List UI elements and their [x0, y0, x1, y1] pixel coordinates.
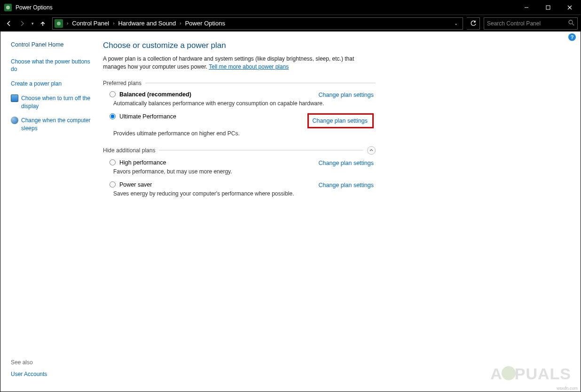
intro-text: A power plan is a collection of hardware… [103, 55, 376, 71]
svg-line-7 [572, 24, 574, 25]
titlebar: Power Options [0, 0, 581, 15]
hide-additional-text: Hide additional plans [103, 147, 155, 154]
breadcrumb-item[interactable]: Power Options [184, 20, 226, 27]
app-icon [4, 4, 12, 11]
content: ? Control Panel Home Choose what the pow… [0, 31, 581, 392]
svg-rect-2 [546, 6, 550, 9]
divider [159, 150, 363, 150]
plan-radio-highperf[interactable] [110, 159, 116, 165]
see-also-label: See also [11, 359, 96, 366]
watermark-post: PUALS [515, 365, 571, 383]
plan-row-balanced: Balanced (recommended) Change plan setti… [103, 91, 376, 98]
sidebar-seealso-link[interactable]: User Accounts [11, 370, 96, 378]
watermark-pre: A [490, 365, 502, 383]
sidebar-link[interactable]: Create a power plan [11, 80, 96, 88]
preferred-plans-text: Preferred plans [103, 80, 141, 86]
plan-radio-ultimate[interactable] [110, 113, 116, 119]
svg-point-0 [6, 6, 10, 9]
plan-name[interactable]: Balanced (recommended) [119, 91, 191, 98]
collapse-icon[interactable] [367, 146, 376, 155]
divider [145, 83, 376, 83]
breadcrumb-icon [55, 19, 63, 28]
plan-desc: Provides ultimate performance on higher … [103, 128, 376, 143]
sidebar: Control Panel Home Choose what the power… [0, 31, 103, 392]
plan-name[interactable]: Ultimate Performance [119, 113, 176, 120]
chevron-right-icon: › [178, 21, 183, 26]
search-box[interactable] [484, 17, 578, 30]
forward-button[interactable] [16, 18, 28, 29]
change-plan-settings-link[interactable]: Change plan settings [319, 181, 374, 188]
back-button[interactable] [3, 18, 15, 29]
plan-radio-powersaver[interactable] [110, 181, 116, 188]
globe-icon [11, 117, 18, 124]
preferred-plans-label: Preferred plans [103, 80, 376, 86]
minimize-button[interactable] [516, 0, 537, 15]
toolbar: ▾ › Control Panel › Hardware and Sound ›… [0, 15, 581, 31]
sidebar-link[interactable]: Change when the computer sleeps [21, 117, 96, 133]
plan-row-powersaver: Power saver Change plan settings [103, 181, 376, 188]
svg-point-5 [57, 22, 61, 25]
svg-point-6 [569, 20, 573, 24]
breadcrumb-dropdown-icon[interactable]: ⌄ [451, 21, 461, 26]
window-controls [516, 0, 581, 15]
watermark-head-icon [502, 366, 516, 380]
corner-credit: wsxdn.com [557, 386, 578, 391]
highlight-box: Change plan settings [307, 113, 374, 128]
change-plan-settings-link[interactable]: Change plan settings [319, 159, 374, 166]
chevron-right-icon: › [65, 21, 70, 26]
window-title: Power Options [16, 4, 516, 11]
search-icon[interactable] [568, 20, 574, 27]
refresh-button[interactable] [467, 17, 480, 30]
plan-name[interactable]: Power saver [119, 181, 152, 188]
plan-row-highperf: High performance Change plan settings [103, 159, 376, 166]
change-plan-settings-link[interactable]: Change plan settings [319, 91, 374, 98]
change-plan-settings-link[interactable]: Change plan settings [313, 117, 368, 124]
sidebar-link[interactable]: Choose what the power buttons do [11, 58, 96, 74]
breadcrumb-item[interactable]: Hardware and Sound [117, 20, 177, 27]
plan-row-ultimate: Ultimate Performance Change plan setting… [103, 113, 376, 128]
plan-desc: Automatically balances performance with … [103, 98, 376, 113]
plan-radio-balanced[interactable] [110, 91, 116, 97]
maximize-button[interactable] [537, 0, 559, 15]
search-input[interactable] [487, 20, 568, 27]
history-dropdown-icon[interactable]: ▾ [30, 21, 35, 26]
sidebar-link[interactable]: Choose when to turn off the display [21, 94, 96, 110]
intro-link[interactable]: Tell me more about power plans [209, 63, 289, 70]
breadcrumb-item[interactable]: Control Panel [71, 20, 110, 27]
plan-desc: Favors performance, but may use more ene… [103, 166, 376, 181]
hide-additional-label[interactable]: Hide additional plans [103, 146, 376, 155]
plan-name[interactable]: High performance [119, 159, 166, 166]
plan-desc: Saves energy by reducing your computer's… [103, 188, 376, 204]
page-title: Choose or customize a power plan [103, 41, 376, 50]
watermark: APUALS [490, 365, 571, 383]
up-button[interactable] [37, 18, 48, 29]
chevron-right-icon: › [111, 21, 116, 26]
main: Choose or customize a power plan A power… [103, 31, 581, 392]
monitor-icon [11, 94, 18, 102]
breadcrumb[interactable]: › Control Panel › Hardware and Sound › P… [52, 17, 463, 30]
close-button[interactable] [559, 0, 581, 15]
sidebar-home-link[interactable]: Control Panel Home [11, 41, 96, 49]
